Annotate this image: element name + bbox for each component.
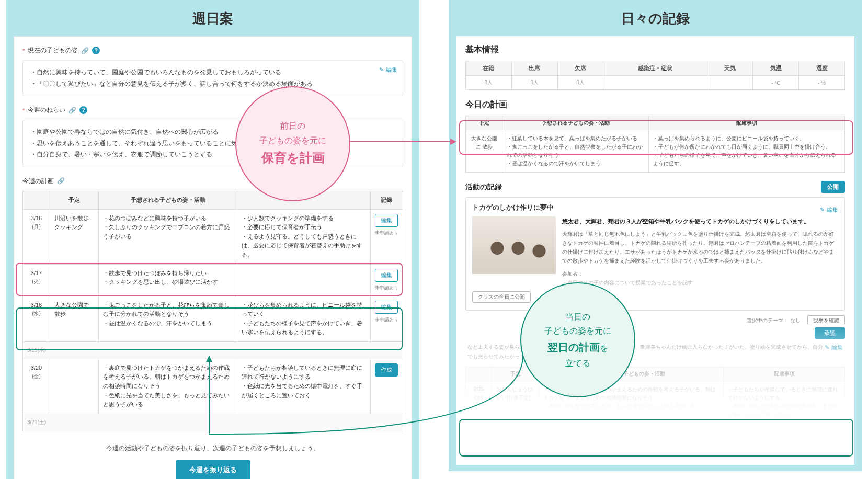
required-mark: * <box>22 48 25 54</box>
basic-header: 欠席 <box>557 61 603 76</box>
plan-care: 少人数でクッキングの準備をする必要に応じて保育者が手伝うえるよう見守る。どうして… <box>237 209 370 264</box>
link-icon[interactable]: 🔗 <box>81 47 89 54</box>
basic-value: - % <box>799 76 845 90</box>
plan-care: 子どもたちが相談しているときに無理に庭に連れて行かないようにする色紙に光を当てる… <box>237 359 370 414</box>
basic-value <box>707 76 753 90</box>
activity-title: トカゲのしかけ作りに夢中 <box>472 203 554 212</box>
section-current-children: * 現在の子どもの姿 🔗 ? <box>22 46 403 55</box>
today-plan-table: 予定 予想される子どもの姿・活動 配慮事項 大きな公園に 散歩 紅葉している木を… <box>465 116 845 173</box>
plan-date: 3/17(火) <box>23 264 50 296</box>
plan-care <box>237 264 370 296</box>
basic-header: 気温 <box>753 61 799 76</box>
basic-value: 0人 <box>511 76 557 90</box>
next-plan-table: 予定 予想される子どもの姿・活動 配慮事項 2/25 (水) おたんじょうびかい… <box>465 367 845 424</box>
plan-schedule <box>50 264 98 296</box>
pencil-icon: ✎ <box>820 207 825 213</box>
status-badge: 未申請あり <box>375 284 398 291</box>
status-badge: 未申請あり <box>375 316 398 323</box>
tp-expected: 紅葉している木を見て、葉っぱを集めたがる子がいる 鬼ごっこをしたがる子と、自然観… <box>502 130 649 173</box>
section-weekly-plan: 今週の計画 🔗 <box>22 177 403 186</box>
status-badge: 未申請あり <box>375 229 398 236</box>
plan-row: 3/18(水)大きな公園で散歩鬼ごっこをしたがる子と、花びらを集めて楽しむ子に分… <box>23 296 403 341</box>
daily-record-panel: 基本情報 在籍出席欠席感染症・症状天気気温湿度 8人0人0人- ℃- % 今日の… <box>456 36 854 465</box>
np-date: 2/25 (水) <box>466 381 492 423</box>
next-plan-row: 2/25 (水) おたんじょうびかい[行事予定] 裏庭で見つけたトカゲをつかまえ… <box>466 381 845 423</box>
help-icon[interactable]: ? <box>92 47 100 54</box>
publish-button[interactable]: 公開 <box>821 181 845 193</box>
plan-faded-row: 3/21(土) <box>23 414 403 431</box>
help-icon[interactable]: ? <box>79 106 87 114</box>
activity-edit-link[interactable]: ✎ 編集 <box>820 206 838 214</box>
pencil-icon: ✎ <box>825 343 829 353</box>
activity-photo <box>472 216 556 274</box>
tp-header-expected: 予想される子どもの姿・活動 <box>502 116 649 130</box>
tp-care: 葉っぱを集められるように、公園にビニール袋を持っていく。 子どもが何か所かにわか… <box>649 130 845 173</box>
participants-label: 参加者： <box>562 269 838 278</box>
required-mark: * <box>22 107 25 113</box>
daily-record-column: 日々の記録 基本情報 在籍出席欠席感染症・症状天気気温湿度 8人0人0人- ℃-… <box>449 0 862 471</box>
reflection-edit-link[interactable]: ✎ 編集 <box>825 343 843 353</box>
basic-header: 在籍 <box>466 61 512 76</box>
annotation-bubble-green: 当日の 子どもの姿を元に 翌日の計画を 立てる <box>520 282 635 397</box>
create-button[interactable]: 作成 <box>375 363 398 377</box>
basic-value <box>603 76 707 90</box>
activity-card: トカゲのしかけ作りに夢中 ✎ 編集 悠太君、大輝君、翔君の３人が空箱や牛乳パック… <box>465 197 845 311</box>
tp-header-care: 配慮事項 <box>649 116 845 130</box>
basic-header: 出席 <box>511 61 557 76</box>
plan-schedule: 大きな公園で散歩 <box>50 296 98 341</box>
approve-button[interactable]: 承認 <box>815 327 845 339</box>
section-weekly-aim: * 今週のねらい 🔗 ? <box>22 106 403 115</box>
plan-care: 花びらを集められるように、ビニール袋を持っていく子どもたちの様子を見て声をかけて… <box>237 296 370 341</box>
plan-expected: 散歩で見つけたつぼみを持ち帰りたいクッキングを思い出し、砂場遊びに活かす <box>99 264 237 296</box>
weekly-plan-column: 週日案 * 現在の子どもの姿 🔗 ? ✎ 編集 自然に興味を持っていて、園庭や公… <box>6 0 419 479</box>
plan-row: 3/20(金)裏庭で見つけたトカゲをつかまえるための作戦を考える子がいる。朝はト… <box>23 359 403 414</box>
reflect-button[interactable]: 今週を振り返る <box>176 460 250 479</box>
plan-date: 3/18(水) <box>23 296 50 341</box>
basic-info-table: 在籍出席欠席感染症・症状天気気温湿度 8人0人0人- ℃- % <box>465 61 845 90</box>
np-care: 子どもたちが相談しているときに無理に連れて行かないようにする。 色紙に光を当てる… <box>724 381 845 423</box>
basic-header: 天気 <box>707 61 753 76</box>
current-children-box: ✎ 編集 自然に興味を持っていて、園庭や公園でもいろんなものを発見しておもしろが… <box>22 60 403 96</box>
annotation-bubble-pink: 前日の 子どもの姿を元に 保育を計画 <box>235 86 350 201</box>
plan-row: 3/16(月)川沿いを散歩 クッキング花のつぼみなどに興味を持つ子がいる久しぶり… <box>23 209 403 264</box>
plan-expected: 裏庭で見つけたトカゲをつかまえるための作戦を考える子がいる。朝はトカゲをつかまえ… <box>99 359 237 414</box>
basic-value: 8人 <box>466 76 512 90</box>
current-item: 自然に興味を持っていて、園庭や公園でもいろんなものを発見しておもしろがっている <box>30 67 395 78</box>
edit-current-link[interactable]: ✎ 編集 <box>379 65 397 75</box>
reflect-section: 今週の活動や子どもの姿を振り返り、次週の子どもの姿を予想しましょう。 今週を振り… <box>22 444 403 479</box>
plan-row: 3/17(火)散歩で見つけたつぼみを持ち帰りたいクッキングを思い出し、砂場遊びに… <box>23 264 403 296</box>
scope-button[interactable]: クラスの全員に公開 <box>472 291 531 303</box>
plan-record-cell: 編集未申請あり <box>370 264 403 296</box>
pencil-icon: ✎ <box>379 65 384 75</box>
plan-record-cell: 編集未申請あり <box>370 209 403 264</box>
theme-confirm-button[interactable]: 観察を確認 <box>807 315 845 325</box>
weekly-plan-table: 予定 予想される子どもの姿・活動 記録 3/16(月)川沿いを散歩 クッキング花… <box>22 191 403 431</box>
edit-button[interactable]: 編集 <box>375 301 398 314</box>
edit-button[interactable]: 編集 <box>375 269 398 282</box>
edit-button[interactable]: 編集 <box>375 214 398 227</box>
basic-value: - ℃ <box>753 76 799 90</box>
plan-header-schedule: 予定 <box>50 191 98 209</box>
daily-record-title: 日々の記録 <box>449 0 862 36</box>
basic-header: 感染症・症状 <box>603 61 707 76</box>
plan-schedule <box>50 359 98 414</box>
plan-record-cell: 編集未申請あり <box>370 296 403 341</box>
basic-header: 湿度 <box>799 61 845 76</box>
plan-date: 3/16(月) <box>23 209 50 264</box>
tp-header-schedule: 予定 <box>466 116 502 130</box>
link-icon[interactable]: 🔗 <box>57 177 65 185</box>
reflect-text: 今週の活動や子どもの姿を振り返り、次週の子どもの姿を予想しましょう。 <box>22 444 403 453</box>
plan-expected: 鬼ごっこをしたがる子と、花びらを集めて楽しむ子に分かれての活動となりそう昼は温か… <box>99 296 237 341</box>
plan-faded-row: 3/19(木) <box>23 341 403 359</box>
plan-row: 3/21(土) <box>23 414 403 431</box>
weekly-plan-title: 週日案 <box>6 0 419 36</box>
today-plan-row: 大きな公園に 散歩 紅葉している木を見て、葉っぱを集めたがる子がいる 鬼ごっこを… <box>466 130 845 173</box>
plan-header-record: 記録 <box>370 191 403 209</box>
plan-header-date <box>23 191 50 209</box>
current-item: 「〇〇して遊びたい」など自分の意見を伝える子が多く、話し合って何をするか決める場… <box>30 78 395 90</box>
participants-note: ・当日のその子の内容について授業であったことを記す <box>562 278 838 287</box>
tp-schedule: 大きな公園に 散歩 <box>466 130 502 173</box>
plan-schedule: 川沿いを散歩 クッキング <box>50 209 98 264</box>
plan-expected: 花のつぼみなどに興味を持つ子がいる久しぶりのクッキングでエプロンの着方に戸惑う子… <box>99 209 237 264</box>
link-icon[interactable]: 🔗 <box>68 107 76 114</box>
